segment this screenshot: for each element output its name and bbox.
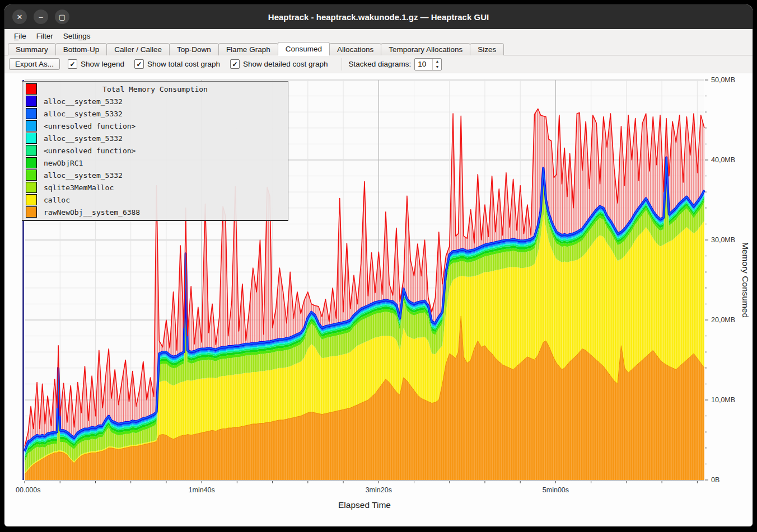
checkbox-show-legend[interactable]: ✓Show legend [68,59,124,69]
checkbox-label: Show detailed cost graph [243,60,328,68]
legend-item-label: alloc__system_5332 [44,171,123,180]
y-tick-label: 30,0MB [711,236,735,244]
legend-item-label: <unresolved function> [44,122,135,130]
checkbox-label: Show total cost graph [147,60,220,68]
tab-sizes[interactable]: Sizes [470,43,504,55]
legend-item-label: newObjRC1 [44,159,83,167]
legend-item: sqlite3MemMalloc [22,181,288,194]
legend-swatch-icon [26,120,37,131]
y-tick-label: 0B [711,476,719,484]
legend-swatch-icon [26,170,37,181]
legend-item: alloc__system_5332 [22,169,288,181]
legend-swatch-icon [26,108,37,119]
app-window: ✕ – ▢ Heaptrack - heaptrack.wakunode.1.g… [4,4,753,526]
legend-item-label: rawNewObj__system_6388 [44,208,140,216]
legend-item: alloc__system_5332 [22,132,288,144]
legend-swatch-icon [26,194,37,205]
legend-item: calloc [22,194,288,206]
legend-item: Total Memory Consumption [22,83,288,95]
tab-summary[interactable]: Summary [8,43,56,55]
legend-swatch-icon [26,182,37,193]
stacked-diagrams-label: Stacked diagrams: [349,60,412,68]
minimize-button[interactable]: – [34,10,48,24]
menu-item-file[interactable]: File [9,31,31,41]
y-tick-label: 10,0MB [711,396,735,404]
legend-item-label: alloc__system_5332 [44,97,123,106]
legend-item: rawNewObj__system_6388 [22,206,288,218]
close-button[interactable]: ✕ [12,10,27,24]
checkbox-show-detailed-cost-graph[interactable]: ✓Show detailed cost graph [230,59,328,69]
stacked-diagrams-spinbox[interactable]: 10 ▲ ▼ [414,58,442,70]
checkbox-label: Show legend [81,60,124,68]
menu-item-settings[interactable]: Settings [58,31,96,41]
tab-consumed[interactable]: Consumed [278,42,330,55]
legend-item: newObjRC1 [22,157,288,169]
legend-swatch-icon [26,145,37,156]
y-tick-label: 40,0MB [711,156,735,164]
legend-swatch-icon [26,157,37,168]
checkbox-show-total-cost-graph[interactable]: ✓Show total cost graph [134,59,220,69]
menu-item-filter[interactable]: Filter [31,31,58,41]
chart-legend: Total Memory Consumptionalloc__system_53… [22,81,288,221]
y-tick-label: 20,0MB [711,316,735,324]
legend-item-label: alloc__system_5332 [44,110,123,118]
legend-item-label: Total Memory Consumption [22,85,288,93]
tab-temporary-allocations[interactable]: Temporary Allocations [381,43,470,55]
legend-item-label: sqlite3MemMalloc [44,183,114,192]
x-tick-label: 00.000s [16,486,40,494]
menu-bar: FileFilterSettings [4,29,753,43]
legend-swatch-icon [26,96,37,107]
y-tick-label: 50,0MB [711,76,735,84]
legend-item-label: alloc__system_5332 [44,134,123,143]
legend-item: <unresolved function> [22,120,288,132]
x-axis-title: Elapsed Time [338,500,391,510]
toolbar: Export As... ✓Show legend✓Show total cos… [4,55,753,73]
x-tick-label: 3min20s [366,486,392,494]
spinbox-arrows: ▲ ▼ [432,59,441,70]
x-tick-label: 5min00s [543,486,569,494]
tab-caller-callee[interactable]: Caller / Callee [106,43,170,55]
spinbox-value[interactable]: 10 [415,59,432,70]
legend-item: alloc__system_5332 [22,95,288,107]
memory-consumption-chart[interactable]: 00.000s1min40s3min20s5min00s0B10,0MB20,0… [4,73,753,526]
x-tick-label: 1min40s [189,486,215,494]
checkbox-group: ✓Show legend✓Show total cost graph✓Show … [68,59,338,69]
spin-up-icon[interactable]: ▲ [433,59,441,64]
legend-item-label: calloc [44,196,70,204]
spin-down-icon[interactable]: ▼ [433,64,441,70]
legend-item: <unresolved function> [22,144,288,157]
tab-bottom-up[interactable]: Bottom-Up [55,43,108,55]
checkmark-icon: ✓ [68,59,77,69]
legend-swatch-icon [26,133,37,144]
maximize-button[interactable]: ▢ [55,10,69,24]
window-title: Heaptrack - heaptrack.wakunode.1.gz — He… [4,12,753,22]
tab-bar: SummaryBottom-UpCaller / CalleeTop-DownF… [4,43,753,55]
legend-item: alloc__system_5332 [22,107,288,120]
tab-allocations[interactable]: Allocations [329,43,381,55]
tab-top-down[interactable]: Top-Down [169,43,219,55]
checkmark-icon: ✓ [230,59,240,69]
export-as-button[interactable]: Export As... [9,58,60,70]
checkmark-icon: ✓ [134,59,144,69]
stacked-diagrams-control: Stacked diagrams: 10 ▲ ▼ [342,58,442,70]
tab-flame-graph[interactable]: Flame Graph [218,43,278,55]
legend-swatch-icon [26,206,37,218]
legend-item-label: <unresolved function> [44,147,135,155]
y-axis-title: Memory Consumed [741,242,750,318]
title-bar[interactable]: ✕ – ▢ Heaptrack - heaptrack.wakunode.1.g… [4,4,753,29]
